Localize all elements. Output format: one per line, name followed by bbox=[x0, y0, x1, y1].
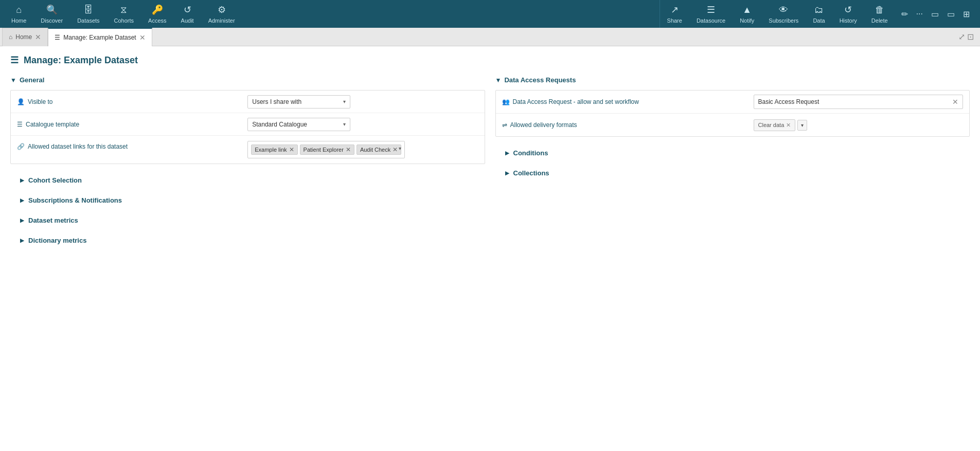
visible-to-value: Users I share with bbox=[252, 98, 301, 105]
nav-datasets[interactable]: 🗄 Datasets bbox=[70, 0, 106, 28]
person-icon: 👤 bbox=[17, 98, 25, 105]
nav-left: ⌂ Home 🔍 Discover 🗄 Datasets ⧖ Cohorts 🔑… bbox=[4, 0, 660, 28]
toolbar-history[interactable]: ↺ History bbox=[832, 0, 864, 28]
dataset-metrics-row[interactable]: ▶ Dataset metrics bbox=[10, 210, 485, 230]
catalogue-select[interactable]: Standard Catalogue ▾ bbox=[247, 118, 350, 131]
general-form-card: 👤 Visible to Users I share with ▾ ☰ C bbox=[10, 90, 485, 164]
dar-value-box[interactable]: Basic Access Request ✕ bbox=[754, 95, 964, 109]
page-menu-icon: ☰ bbox=[10, 55, 19, 66]
nav-audit-label: Audit bbox=[181, 17, 194, 24]
home-icon: ⌂ bbox=[16, 5, 22, 15]
nav-administer-label: Administer bbox=[208, 17, 235, 24]
subscribers-icon: 👁 bbox=[779, 5, 788, 15]
toolbar-datasource-label: Datasource bbox=[697, 17, 725, 24]
nav-home[interactable]: ⌂ Home bbox=[4, 0, 33, 28]
tabs-bar-right: ⤢ ⊡ bbox=[958, 32, 978, 42]
nav-access-label: Access bbox=[148, 17, 166, 24]
catalogue-template-row: ☰ Catalogue template Standard Catalogue … bbox=[11, 113, 485, 136]
top-navigation: ⌂ Home 🔍 Discover 🗄 Datasets ⧖ Cohorts 🔑… bbox=[0, 0, 980, 28]
clear-data-x-icon[interactable]: ✕ bbox=[786, 122, 791, 129]
general-section-label: General bbox=[20, 76, 44, 84]
visible-to-arrow: ▾ bbox=[343, 99, 346, 104]
collections-row[interactable]: ▶ Collections bbox=[495, 163, 970, 183]
toolbar-datasource[interactable]: ☰ Datasource bbox=[689, 0, 733, 28]
clear-data-button[interactable]: Clear data ✕ bbox=[754, 119, 796, 131]
home-tab-close[interactable]: ✕ bbox=[35, 33, 41, 41]
tabs-bar: ⌂ Home ✕ ☰ Manage: Example Dataset ✕ ⤢ ⊡ bbox=[0, 28, 980, 46]
page-title-text: Manage: Example Dataset bbox=[24, 55, 138, 66]
dar-toggle[interactable]: ▼ bbox=[495, 77, 502, 84]
nav-audit[interactable]: ↺ Audit bbox=[174, 0, 201, 28]
window-icon-1[interactable]: ▭ bbox=[929, 7, 941, 21]
window-icon-3[interactable]: ⊞ bbox=[961, 7, 972, 21]
more-icon[interactable]: ··· bbox=[914, 7, 925, 21]
expand-icon[interactable]: ⤢ bbox=[958, 32, 965, 42]
delivery-label: ⇌ Allowed delivery formats bbox=[502, 121, 754, 129]
tags-area[interactable]: Example link ✕ Patient Explorer ✕ Audit … bbox=[247, 141, 405, 158]
conditions-row[interactable]: ▶ Conditions bbox=[495, 143, 970, 163]
manage-tab-icon: ☰ bbox=[55, 34, 60, 41]
tag-audit-check-remove[interactable]: ✕ bbox=[393, 146, 398, 153]
access-icon: 🔑 bbox=[152, 4, 163, 15]
toolbar-share-label: Share bbox=[667, 17, 682, 24]
dar-request-label: 👥 Data Access Request - allow and set wo… bbox=[502, 98, 754, 105]
toolbar-data[interactable]: 🗂 Data bbox=[806, 0, 832, 28]
collections-label: Collections bbox=[513, 169, 549, 177]
discover-icon: 🔍 bbox=[46, 4, 58, 15]
delivery-dropdown[interactable]: ▾ bbox=[797, 120, 807, 131]
allowed-links-label: 🔗 Allowed dataset links for this dataset bbox=[17, 141, 247, 150]
dictionary-metrics-row[interactable]: ▶ Dictionary metrics bbox=[10, 230, 485, 250]
general-toggle[interactable]: ▼ bbox=[10, 77, 16, 84]
dataset-toolbar: ↗ Share ☰ Datasource ▲ Notify 👁 Subscrib… bbox=[660, 0, 895, 28]
dar-clear-btn[interactable]: ✕ bbox=[952, 98, 958, 106]
cohort-selection-row[interactable]: ▶ Cohort Selection bbox=[10, 170, 485, 190]
cohort-selection-label: Cohort Selection bbox=[28, 176, 82, 184]
dar-form-card: 👥 Data Access Request - allow and set wo… bbox=[495, 90, 970, 137]
visible-to-select[interactable]: Users I share with ▾ bbox=[247, 95, 350, 109]
tag-example-link-remove[interactable]: ✕ bbox=[289, 146, 294, 153]
visible-to-control: Users I share with ▾ bbox=[247, 95, 478, 109]
tab-home[interactable]: ⌂ Home ✕ bbox=[2, 28, 48, 46]
home-tab-icon: ⌂ bbox=[9, 33, 12, 41]
toolbar-notify-label: Notify bbox=[740, 17, 754, 24]
dataset-metrics-label: Dataset metrics bbox=[28, 217, 78, 224]
nav-discover[interactable]: 🔍 Discover bbox=[33, 0, 70, 28]
delivery-control: Clear data ✕ ▾ bbox=[754, 119, 964, 131]
window-icon-2[interactable]: ▭ bbox=[945, 7, 957, 21]
dar-request-row: 👥 Data Access Request - allow and set wo… bbox=[496, 91, 970, 114]
link-icon: 🔗 bbox=[17, 143, 25, 150]
tags-dropdown-arrow[interactable]: ▾ bbox=[399, 146, 401, 151]
visible-to-row: 👤 Visible to Users I share with ▾ bbox=[11, 91, 485, 113]
manage-tab-label: Manage: Example Dataset bbox=[63, 34, 136, 41]
clear-data-box: Clear data ✕ ▾ bbox=[754, 119, 964, 131]
datasource-icon: ☰ bbox=[707, 4, 715, 15]
delivery-icon: ⇌ bbox=[502, 121, 507, 129]
dar-value-text: Basic Access Request bbox=[758, 98, 819, 105]
tab-manage[interactable]: ☰ Manage: Example Dataset ✕ bbox=[48, 28, 152, 46]
subscriptions-row[interactable]: ▶ Subscriptions & Notifications bbox=[10, 190, 485, 210]
restore-icon[interactable]: ⊡ bbox=[967, 32, 974, 42]
left-column: ▼ General 👤 Visible to Users I share wit… bbox=[10, 76, 485, 250]
allowed-links-control: Example link ✕ Patient Explorer ✕ Audit … bbox=[247, 141, 478, 158]
tag-patient-explorer-remove[interactable]: ✕ bbox=[346, 146, 351, 153]
toolbar-delete[interactable]: 🗑 Delete bbox=[864, 0, 895, 28]
dar-section-label: Data Access Requests bbox=[504, 76, 576, 84]
right-column: ▼ Data Access Requests 👥 Data Access Req… bbox=[495, 76, 970, 250]
tag-audit-check: Audit Check ✕ bbox=[357, 145, 401, 155]
manage-tab-close[interactable]: ✕ bbox=[139, 33, 146, 42]
toolbar-data-label: Data bbox=[813, 17, 825, 24]
share-icon: ↗ bbox=[671, 4, 679, 15]
nav-administer[interactable]: ⚙ Administer bbox=[201, 0, 242, 28]
toolbar-share[interactable]: ↗ Share bbox=[660, 0, 689, 28]
toolbar-subscribers[interactable]: 👁 Subscribers bbox=[761, 0, 806, 28]
visible-to-label: 👤 Visible to bbox=[17, 98, 247, 105]
tag-audit-check-text: Audit Check bbox=[360, 147, 390, 153]
nav-cohorts[interactable]: ⧖ Cohorts bbox=[107, 0, 141, 28]
catalogue-value: Standard Catalogue bbox=[252, 121, 307, 128]
edit-icon[interactable]: ✏ bbox=[899, 7, 910, 21]
allowed-links-row: 🔗 Allowed dataset links for this dataset… bbox=[11, 136, 485, 164]
tag-example-link: Example link ✕ bbox=[251, 145, 297, 155]
nav-access[interactable]: 🔑 Access bbox=[141, 0, 173, 28]
toolbar-notify[interactable]: ▲ Notify bbox=[733, 0, 761, 28]
tag-example-link-text: Example link bbox=[255, 147, 287, 153]
